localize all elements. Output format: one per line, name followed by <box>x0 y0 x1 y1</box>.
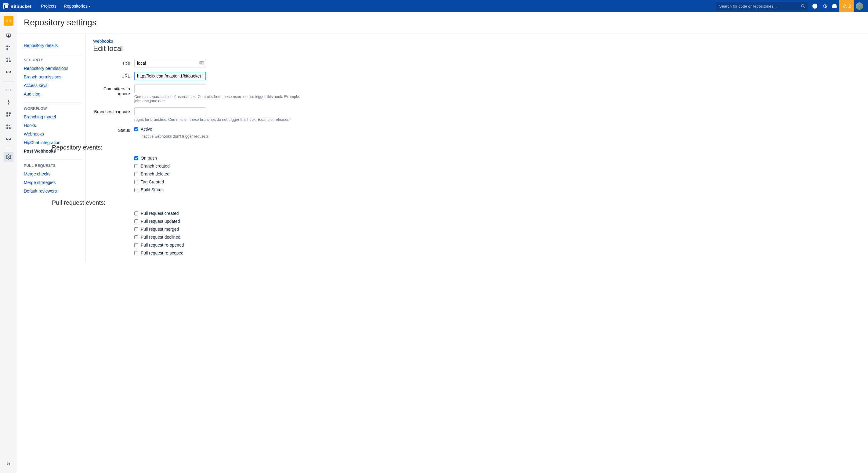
repo-events-heading: Repository events: <box>52 144 861 151</box>
svg-point-21 <box>6 125 8 126</box>
branches-input[interactable] <box>134 107 206 116</box>
top-navbar: Bitbucket Projects Repositories▾ 2 <box>0 0 868 12</box>
sidebar-repository-permissions[interactable]: Repository permissions <box>24 64 83 73</box>
svg-rect-24 <box>6 138 8 139</box>
url-input[interactable] <box>134 72 206 80</box>
brand-logo[interactable]: Bitbucket <box>3 3 31 9</box>
label-title: Title <box>93 59 134 66</box>
active-checkbox[interactable] <box>134 127 138 131</box>
pr-event-row: Pull request updated <box>134 217 861 225</box>
label-branches: Branches to ignore <box>93 107 134 114</box>
active-label: Active <box>141 127 152 131</box>
pr-event-row: Pull request re-scoped <box>134 249 861 257</box>
pr-event-checkbox[interactable] <box>134 235 138 239</box>
svg-point-19 <box>6 115 8 117</box>
pr-event-row: Pull request created <box>134 209 861 217</box>
sidebar-merge-strategies[interactable]: Merge strategies <box>24 178 83 187</box>
help-committers: Comma separated list of usernames. Commi… <box>134 95 317 103</box>
sidebar-branch-permissions[interactable]: Branch permissions <box>24 73 83 81</box>
svg-rect-25 <box>9 138 10 139</box>
sidebar-merge-checks[interactable]: Merge checks <box>24 170 83 178</box>
repo-event-checkbox[interactable] <box>134 156 138 160</box>
nav-projects[interactable]: Projects <box>37 0 60 12</box>
search-input[interactable] <box>716 2 808 10</box>
sidebar-heading-security: SECURITY <box>24 54 83 62</box>
svg-point-13 <box>9 61 10 62</box>
pull-requests-icon[interactable] <box>4 122 13 131</box>
pr-event-row: Pull request merged <box>134 225 861 233</box>
pr-event-label: Pull request updated <box>141 219 180 224</box>
warning-badge[interactable]: 2 <box>839 0 854 12</box>
svg-point-12 <box>6 61 8 62</box>
settings-icon[interactable] <box>4 152 13 162</box>
svg-point-15 <box>8 102 9 103</box>
repo-event-label: Branch created <box>141 164 170 168</box>
page-title: Repository settings <box>24 18 868 28</box>
pr-event-checkbox[interactable] <box>134 219 138 223</box>
bitbucket-icon <box>3 3 8 9</box>
sidebar-audit-log[interactable]: Audit log <box>24 90 83 98</box>
label-status: Status <box>93 126 134 133</box>
content-main: Webhooks Edit local Title URL <box>86 34 868 262</box>
pr-events-heading: Pull request events: <box>52 199 861 206</box>
repo-event-checkbox[interactable] <box>134 180 138 184</box>
sidebar-access-keys[interactable]: Access keys <box>24 81 83 90</box>
svg-point-18 <box>6 113 8 114</box>
expand-rail-icon[interactable] <box>4 459 13 469</box>
svg-line-1 <box>804 6 805 8</box>
pr-event-checkbox[interactable] <box>134 251 138 255</box>
svg-point-10 <box>6 49 8 50</box>
pr-event-label: Pull request re-scoped <box>141 251 183 255</box>
sidebar-heading-workflow: WORKFLOW <box>24 102 83 111</box>
repo-event-label: Branch deleted <box>141 171 169 177</box>
compare-icon[interactable] <box>4 67 13 77</box>
svg-point-23 <box>9 128 10 129</box>
create-pr-icon[interactable] <box>4 55 13 65</box>
svg-point-5 <box>845 7 845 8</box>
title-input[interactable] <box>134 59 206 67</box>
create-branch-icon[interactable] <box>4 43 13 53</box>
avatar[interactable] <box>856 2 863 10</box>
pr-event-checkbox[interactable] <box>134 212 138 215</box>
search-wrap <box>716 2 808 10</box>
sidebar-hooks[interactable]: Hooks <box>24 121 83 130</box>
forks-icon[interactable] <box>4 134 13 144</box>
sidebar-branching-model[interactable]: Branching model <box>24 113 83 121</box>
branches-icon[interactable] <box>4 109 13 119</box>
nav-repositories[interactable]: Repositories▾ <box>60 0 94 12</box>
repo-event-label: Build Status <box>141 187 163 192</box>
breadcrumb-webhooks[interactable]: Webhooks <box>93 39 113 44</box>
repo-event-checkbox[interactable] <box>134 164 138 168</box>
search-icon[interactable] <box>801 4 805 9</box>
svg-rect-14 <box>6 71 8 73</box>
repo-event-label: Tag Created <box>141 180 164 184</box>
committers-input[interactable] <box>134 85 206 93</box>
sidebar-heading-pull-requests: PULL REQUESTS <box>24 160 83 168</box>
sidebar-webhooks[interactable]: Webhooks <box>24 130 83 138</box>
pr-event-label: Pull request declined <box>141 235 180 240</box>
inbox-icon[interactable] <box>830 0 839 12</box>
gear-icon[interactable] <box>820 0 830 12</box>
help-branches: regex for branches. Commits on these bra… <box>134 118 291 122</box>
source-icon[interactable] <box>4 85 13 95</box>
clone-icon[interactable] <box>4 31 13 40</box>
sidebar-repository-details[interactable]: Repository details <box>24 41 83 50</box>
pr-event-checkbox[interactable] <box>134 243 138 247</box>
chevron-down-icon: ▾ <box>89 5 90 8</box>
pr-event-row: Pull request re-opened <box>134 241 861 249</box>
sidebar-default-reviewers[interactable]: Default reviewers <box>24 187 83 195</box>
repo-event-row: On push <box>134 154 861 162</box>
repo-event-row: Branch deleted <box>134 170 861 178</box>
pr-event-label: Pull request re-opened <box>141 243 184 248</box>
commits-icon[interactable] <box>4 97 13 107</box>
label-committers: Committers to ignore <box>93 85 134 96</box>
help-icon[interactable] <box>810 0 820 12</box>
pr-event-label: Pull request created <box>141 211 179 216</box>
repo-event-checkbox[interactable] <box>134 172 138 176</box>
repo-event-row: Branch created <box>134 162 861 170</box>
repo-avatar-icon[interactable] <box>4 16 13 26</box>
repo-event-checkbox[interactable] <box>134 188 138 192</box>
pr-event-checkbox[interactable] <box>134 227 138 231</box>
contact-icon <box>199 61 204 66</box>
svg-point-3 <box>815 7 815 8</box>
